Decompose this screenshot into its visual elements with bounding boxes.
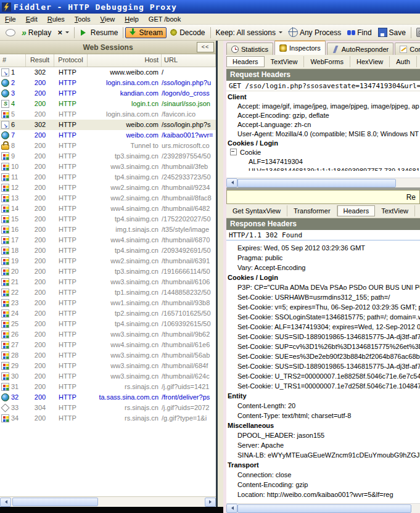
- tree-collapse-icon[interactable]: [230, 149, 237, 155]
- table-row[interactable]: 19 200 HTTP ww2.sinaimg.cn /thumbnail/63…: [0, 256, 216, 266]
- table-row[interactable]: 33 304 HTTP rs.sinajs.cn /j.gif?uids=207…: [0, 403, 216, 413]
- table-row[interactable]: 17 200 HTTP ww4.sinaimg.cn /thumbnail/68…: [0, 235, 216, 245]
- chevron-down-icon: [279, 31, 282, 35]
- session-url: /thumbnail/6106: [162, 277, 216, 287]
- inspector-tab[interactable]: TextView: [375, 205, 415, 216]
- scroll-left-button[interactable]: [0, 498, 11, 507]
- session-protocol: HTTP: [54, 245, 88, 256]
- table-row[interactable]: 23 200 HTTP ww1.sinaimg.cn /thumbnail/93…: [0, 298, 216, 308]
- session-number: 11: [11, 172, 18, 183]
- scrollbar-thumb[interactable]: [237, 179, 396, 187]
- table-row[interactable]: 28 200 HTTP ww3.sinaimg.cn /thumbnail/56…: [0, 350, 216, 361]
- scrollbar-thumb[interactable]: [237, 504, 411, 513]
- menu-item[interactable]: Help: [120, 14, 144, 24]
- request-horizontal-scrollbar[interactable]: [226, 178, 420, 187]
- table-row[interactable]: 29 200 HTTP ww3.sinaimg.cn /thumbnail/68…: [0, 361, 216, 371]
- table-row[interactable]: 13 200 HTTP ww2.sinaimg.cn /thumbnail/8f…: [0, 193, 216, 203]
- table-row[interactable]: 24 200 HTTP tp2.sinaimg.cn /1657101625/5…: [0, 308, 216, 319]
- inspector-tab[interactable]: TextView: [265, 56, 305, 67]
- inspector-tab[interactable]: HexView: [350, 56, 390, 67]
- table-row[interactable]: 18 200 HTTP tp4.sinaimg.cn /2093492691/5…: [0, 245, 216, 256]
- scrollbar-thumb[interactable]: [12, 498, 98, 506]
- menu-item[interactable]: File: [0, 14, 21, 24]
- table-row[interactable]: 8 200 HTTP Tunnel to urs.microsoft.co: [0, 141, 216, 151]
- toolbar: »Replay × Resume Stream Decode Keep: All…: [0, 25, 420, 41]
- table-row[interactable]: 34 200 HTTP rs.sinajs.cn /g.gif?type=1&i: [0, 413, 216, 424]
- inspector-tab[interactable]: Cookies: [417, 56, 420, 67]
- inspector-tab[interactable]: Transformer: [287, 205, 337, 216]
- menu-item[interactable]: Tools: [70, 14, 96, 24]
- screenshot-button[interactable]: [413, 27, 420, 38]
- save-button[interactable]: Save: [375, 27, 409, 38]
- inspector-tab[interactable]: Auth: [390, 56, 417, 67]
- scroll-left-button[interactable]: [226, 178, 237, 187]
- keep-sessions-dropdown[interactable]: Keep: All sessions: [213, 27, 286, 38]
- menu-item[interactable]: Rules: [43, 14, 70, 24]
- remove-button[interactable]: ×: [54, 28, 72, 37]
- column-header-number[interactable]: #: [0, 54, 26, 67]
- replay-button[interactable]: »Replay: [19, 27, 54, 38]
- main-tab[interactable]: AutoResponder: [327, 43, 393, 55]
- response-encoding-notice[interactable]: Re: [226, 190, 420, 204]
- table-row[interactable]: 5 200 HTTP login.sina.com.cn /favicon.ic…: [0, 109, 216, 120]
- table-row[interactable]: 1 302 HTTP www.weibo.com /: [0, 67, 216, 78]
- stream-button[interactable]: Stream: [125, 27, 167, 38]
- resume-button[interactable]: Resume: [76, 27, 121, 38]
- table-row[interactable]: 12 200 HTTP ww2.sinaimg.cn /thumbnail/92…: [0, 183, 216, 193]
- main-tab[interactable]: Inspectors: [274, 41, 326, 55]
- main-tab[interactable]: Statistics: [226, 43, 273, 55]
- table-row[interactable]: 3 200 HTTP kandian.com /logon/do_cross: [0, 88, 216, 99]
- table-row[interactable]: 4 200 HTTP login.t.cn /sinaurl/sso.json: [0, 99, 216, 109]
- header-line: Location: http://weibo.com/kaibao001?wvr…: [226, 490, 420, 499]
- comment-button[interactable]: [2, 27, 19, 38]
- resume-play-icon: [81, 30, 89, 36]
- column-header-host[interactable]: Host: [88, 54, 162, 67]
- scroll-left-button[interactable]: [226, 504, 237, 513]
- table-row[interactable]: 31 200 HTTP rs.sinajs.cn /j.gif?uids=142…: [0, 382, 216, 392]
- table-row[interactable]: 25 200 HTTP tp4.sinaimg.cn /1069392615/5…: [0, 319, 216, 329]
- session-protocol: HTTP: [54, 266, 88, 277]
- session-number: 22: [11, 287, 19, 298]
- inspector-tab[interactable]: Headers: [226, 56, 265, 67]
- table-row[interactable]: 2 200 HTTP login.sina.com.cn /sso/login.…: [0, 78, 216, 88]
- table-row[interactable]: 27 200 HTTP ww4.sinaimg.cn /thumbnail/61…: [0, 340, 216, 350]
- table-row[interactable]: 10 200 HTTP ww3.sinaimg.cn /thumbnail/3f…: [0, 162, 216, 172]
- inspector-tab[interactable]: Get SyntaxView: [226, 205, 287, 216]
- sessions-horizontal-scrollbar[interactable]: [0, 496, 216, 507]
- column-header-result[interactable]: Result: [26, 54, 54, 67]
- session-protocol: HTTP: [54, 403, 88, 413]
- table-row[interactable]: 6 302 HTTP weibo.com /sso/login.php?s: [0, 120, 216, 130]
- table-row[interactable]: 21 200 HTTP ww3.sinaimg.cn /thumbnail/61…: [0, 277, 216, 287]
- inspector-tab[interactable]: ImageView: [415, 205, 420, 216]
- main-tab[interactable]: Composer: [395, 43, 420, 55]
- table-row[interactable]: 32 200 HTTP ta.sass.sina.com.cn /front/d…: [0, 392, 216, 403]
- menu-item[interactable]: View: [96, 14, 120, 24]
- table-row[interactable]: 16 200 HTTP img.t.sinajs.cn /t35/style/i…: [0, 224, 216, 235]
- inspector-tab[interactable]: WebForms: [304, 56, 350, 67]
- table-row[interactable]: 20 200 HTTP tp3.sinaimg.cn /1916666114/5…: [0, 266, 216, 277]
- inspector-tab[interactable]: Headers: [337, 205, 376, 216]
- table-row[interactable]: 7 200 HTTP weibo.com /kaibao001?wvr=: [0, 130, 216, 141]
- response-horizontal-scrollbar[interactable]: [226, 503, 420, 513]
- session-type-icon: [1, 163, 9, 171]
- table-row[interactable]: 30 200 HTTP ww3.sinaimg.cn /thumbnail/62…: [0, 371, 216, 382]
- session-url: /2093492691/50: [162, 245, 216, 256]
- menu-item[interactable]: Edit: [21, 14, 43, 24]
- table-row[interactable]: 14 200 HTTP ww4.sinaimg.cn /thumbnail/64…: [0, 203, 216, 214]
- menu-item[interactable]: GET /book: [144, 14, 186, 24]
- table-row[interactable]: 9 200 HTTP tp3.sinaimg.cn /2392897554/50: [0, 151, 216, 162]
- any-process-button[interactable]: Any Process: [286, 27, 344, 38]
- column-header-url[interactable]: URL: [162, 54, 216, 67]
- session-host: img.t.sinajs.cn: [88, 224, 162, 235]
- column-header-protocol[interactable]: Protocol: [54, 54, 88, 67]
- decode-button[interactable]: Decode: [167, 27, 208, 38]
- session-url: /sso/login.php?u: [162, 78, 216, 88]
- table-row[interactable]: 15 200 HTTP tp4.sinaimg.cn /1752202027/5…: [0, 214, 216, 224]
- find-button[interactable]: Find: [344, 27, 374, 38]
- session-result: 302: [26, 120, 54, 130]
- table-row[interactable]: 26 200 HTTP ww3.sinaimg.cn /thumbnail/9b…: [0, 329, 216, 340]
- collapse-panel-button[interactable]: <<: [197, 42, 214, 52]
- scroll-right-button[interactable]: [205, 498, 216, 507]
- table-row[interactable]: 11 200 HTTP tp4.sinaimg.cn /2452933723/5…: [0, 172, 216, 183]
- table-row[interactable]: 22 200 HTTP tp1.sinaimg.cn /1448858232/5…: [0, 287, 216, 298]
